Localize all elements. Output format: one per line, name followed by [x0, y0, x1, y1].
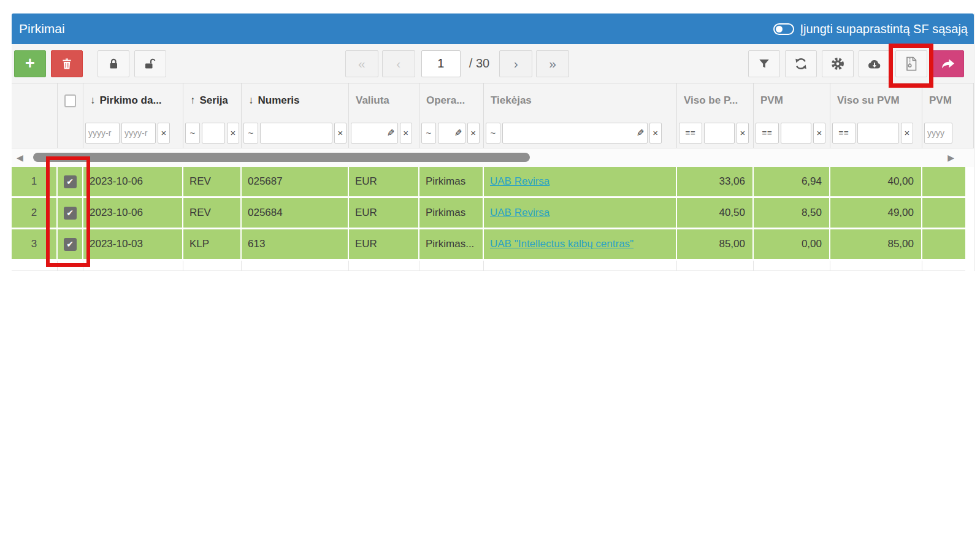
cell-operacija: Pirkimas — [419, 198, 484, 228]
filter-checkbox-col — [58, 118, 83, 148]
table-row[interactable]: 1 ✔ 2023-10-06 REV 025687 EUR Pirkimas U… — [12, 167, 965, 198]
sort-desc-icon: ↓ — [90, 94, 96, 107]
header-viso-su-pvm[interactable]: Viso su PVM — [830, 83, 922, 118]
header-valiuta[interactable]: Valiuta — [349, 83, 419, 118]
tiekejas-filter-input[interactable] — [503, 124, 637, 142]
supplier-link[interactable]: UAB "Intellectus kalbų centras" — [490, 238, 634, 250]
clear-filter-button[interactable]: × — [158, 123, 170, 144]
funnel-icon — [758, 58, 770, 70]
header-tiekejas[interactable]: Tiekėjas — [484, 83, 677, 118]
cell-operacija: Pirkimas... — [419, 229, 484, 259]
date-to-input[interactable] — [122, 124, 155, 142]
table-row[interactable]: 2 ✔ 2023-10-06 REV 025684 EUR Pirkimas U… — [12, 198, 965, 229]
viso-be-pvm-filter-input[interactable] — [705, 124, 734, 142]
add-button[interactable]: + — [14, 50, 46, 77]
filter-pvm-data — [922, 118, 974, 148]
clear-filter-button[interactable]: × — [227, 123, 239, 144]
viso-su-pvm-filter-input[interactable] — [858, 124, 898, 142]
serija-filter-input[interactable] — [202, 124, 224, 142]
numeris-filter-input[interactable] — [261, 124, 332, 142]
cell-tiekejas: UAB Revirsa — [484, 198, 677, 228]
header-pirkimo-data[interactable]: ↓Pirkimo da... — [83, 83, 183, 118]
prev-page-button[interactable]: ‹ — [382, 50, 415, 77]
cell-viso-be-pvm: 40,50 — [677, 198, 754, 228]
scroll-right-icon[interactable]: ▶ — [947, 153, 954, 163]
refresh-button[interactable] — [785, 50, 817, 77]
contains-operator[interactable]: ~ — [486, 123, 500, 144]
archive-export-button[interactable] — [895, 50, 927, 77]
cell-serija: REV — [183, 167, 242, 196]
cell-pvm-data — [922, 198, 965, 228]
pencil-icon[interactable]: ✎ — [454, 128, 462, 139]
row-checkbox[interactable]: ✔ — [58, 229, 83, 259]
cell-pvm-data — [922, 167, 965, 196]
share-button[interactable] — [932, 50, 964, 77]
lock-button[interactable] — [98, 50, 129, 77]
table-row[interactable]: 3 ✔ 2023-10-03 KLP 613 EUR Pirkimas... U… — [12, 229, 965, 261]
equals-operator[interactable]: == — [756, 123, 779, 144]
cell-viso-be-pvm: 33,06 — [677, 167, 754, 196]
unlock-icon — [143, 57, 158, 71]
unlock-button[interactable] — [134, 50, 166, 77]
filter-pvm: == × — [754, 118, 830, 148]
header-pvm-data[interactable]: PVM — [922, 83, 974, 118]
row-checkbox[interactable]: ✔ — [58, 167, 83, 196]
valiuta-filter-input[interactable] — [351, 124, 387, 142]
clear-filter-button[interactable]: × — [737, 123, 749, 144]
cloud-download-icon — [867, 58, 882, 70]
row-number: 1 — [12, 167, 58, 196]
filter-operacija: ~ ✎ × — [419, 118, 484, 148]
last-page-button[interactable]: » — [536, 50, 569, 77]
clear-filter-button[interactable]: × — [400, 123, 412, 144]
delete-button[interactable] — [51, 50, 83, 77]
contains-operator[interactable]: ~ — [185, 123, 200, 144]
next-page-button[interactable]: › — [499, 50, 532, 77]
equals-operator[interactable]: == — [832, 123, 856, 144]
equals-operator[interactable]: == — [679, 123, 702, 144]
header-numeris[interactable]: ↓Numeris — [242, 83, 349, 118]
cell-pvm-data — [922, 229, 965, 259]
operacija-filter-input[interactable] — [438, 124, 454, 142]
clear-filter-button[interactable]: × — [649, 123, 662, 144]
cell-viso-su-pvm: 49,00 — [830, 198, 922, 228]
date-from-input[interactable] — [86, 124, 119, 142]
clear-filter-button[interactable]: × — [334, 123, 346, 144]
supplier-link[interactable]: UAB Revirsa — [490, 207, 549, 219]
header-viso-be-pvm[interactable]: Viso be P... — [677, 83, 754, 118]
grid-body: 1 ✔ 2023-10-06 REV 025687 EUR Pirkimas U… — [12, 167, 974, 261]
filter-viso-su-pvm: == × — [830, 118, 922, 148]
filter-button[interactable] — [748, 50, 780, 77]
pencil-icon[interactable]: ✎ — [637, 128, 645, 139]
filter-viso-be-pvm: == × — [677, 118, 754, 148]
contains-operator[interactable]: ~ — [421, 123, 436, 144]
zip-file-icon — [905, 56, 918, 71]
supplier-link[interactable]: UAB Revirsa — [490, 175, 549, 188]
checkbox-checked-icon: ✔ — [64, 238, 77, 251]
page-number-input[interactable] — [421, 50, 461, 77]
header-pvm[interactable]: PVM — [754, 83, 830, 118]
pencil-icon[interactable]: ✎ — [387, 128, 395, 139]
clear-filter-button[interactable]: × — [813, 123, 825, 144]
settings-button[interactable] — [822, 50, 854, 77]
contains-operator[interactable]: ~ — [243, 123, 258, 144]
purchases-grid-panel: Pirkimai Įjungti supaprastintą SF sąsają… — [12, 13, 974, 271]
header-operacija[interactable]: Opera... — [419, 83, 484, 118]
clear-filter-button[interactable]: × — [901, 123, 913, 144]
simplified-invoice-interface-toggle[interactable]: Įjungti supaprastintą SF sąsają — [773, 22, 968, 36]
download-button[interactable] — [859, 50, 890, 77]
checkbox-checked-icon: ✔ — [64, 175, 77, 188]
cell-numeris: 613 — [242, 229, 349, 259]
share-arrow-icon — [941, 57, 955, 71]
pvm-data-filter-input[interactable] — [925, 124, 952, 142]
header-serija[interactable]: ↑Serija — [183, 83, 242, 118]
toggle-on-icon — [773, 23, 794, 35]
clear-filter-button[interactable]: × — [467, 123, 480, 144]
row-checkbox[interactable]: ✔ — [58, 198, 83, 228]
select-all-checkbox[interactable] — [58, 83, 83, 118]
first-page-button[interactable]: « — [345, 50, 378, 77]
checkbox-unchecked-icon — [64, 94, 76, 107]
scrollbar-thumb[interactable] — [33, 153, 530, 162]
scroll-left-icon[interactable]: ◀ — [17, 153, 23, 163]
row-number: 2 — [12, 198, 58, 228]
pvm-filter-input[interactable] — [781, 124, 811, 142]
